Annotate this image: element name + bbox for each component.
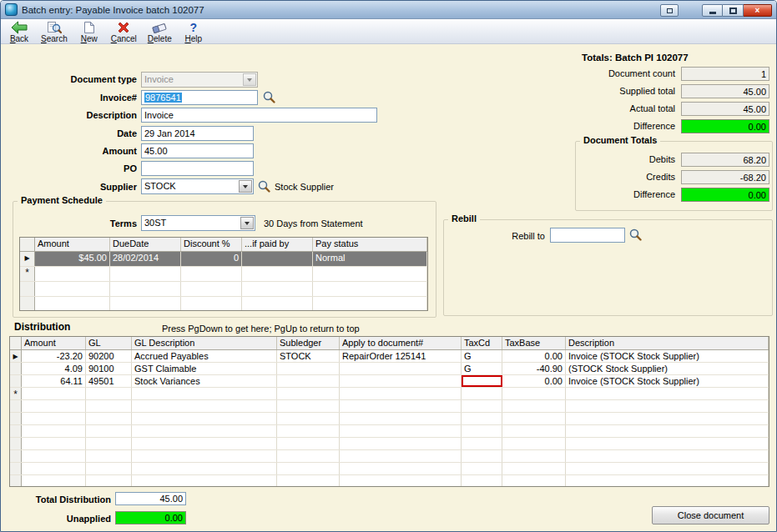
current-row-marker: ▶ bbox=[10, 350, 22, 362]
distribution-empty-row bbox=[10, 463, 769, 475]
distribution-grid: Amount GL GL Description Subledger Apply… bbox=[9, 336, 769, 487]
payment-duedate-cell[interactable]: 28/02/2014 bbox=[110, 252, 181, 266]
batch-difference-label: Difference bbox=[577, 121, 675, 131]
dropdown-arrow-icon bbox=[240, 217, 254, 229]
new-row-marker: * bbox=[20, 267, 35, 281]
actual-total-label: Actual total bbox=[577, 103, 675, 113]
app-window: Batch entry: Payable Invoice batch 10207… bbox=[0, 0, 777, 532]
distribution-row[interactable]: ▶ -23.20 90200 Accrued Payables STOCK Re… bbox=[10, 350, 769, 363]
distribution-empty-row bbox=[10, 475, 769, 487]
current-row-marker: ▶ bbox=[20, 252, 35, 266]
doc-difference-value: 0.00 bbox=[681, 188, 769, 202]
window-controls: × bbox=[660, 3, 772, 17]
terms-value: 30ST bbox=[144, 218, 166, 228]
column-header: ...if paid by bbox=[242, 238, 313, 251]
terms-label: Terms bbox=[18, 218, 137, 228]
distribution-empty-row bbox=[10, 425, 769, 438]
distribution-title: Distribution bbox=[14, 321, 70, 333]
po-label: PO bbox=[18, 163, 137, 173]
amount-field[interactable]: 45.00 bbox=[141, 143, 254, 158]
payment-grid-header: Amount DueDate Discount % ...if paid by … bbox=[20, 238, 427, 252]
po-field[interactable] bbox=[141, 161, 254, 176]
distribution-empty-row bbox=[10, 450, 769, 463]
distribution-row[interactable]: 4.09 90100 GST Claimable G -40.90 (STOCK… bbox=[10, 363, 769, 375]
rebill-to-field[interactable] bbox=[550, 228, 625, 243]
invoice-number-field[interactable]: 9876541 bbox=[141, 90, 258, 105]
window-pin-button[interactable] bbox=[660, 4, 679, 17]
column-header: Amount bbox=[22, 337, 86, 349]
document-count-value: 1 bbox=[681, 67, 769, 81]
toolbar-button-label: Delete bbox=[148, 34, 172, 43]
payment-empty-row bbox=[20, 282, 427, 297]
search-icon bbox=[47, 21, 62, 34]
toolbar-delete-button[interactable]: Delete bbox=[144, 20, 176, 43]
minimize-icon bbox=[709, 12, 716, 14]
payment-discount-cell[interactable]: 0 bbox=[181, 252, 242, 266]
close-button[interactable]: × bbox=[744, 4, 772, 17]
doc-difference-label: Difference bbox=[577, 189, 675, 199]
distribution-empty-row bbox=[10, 413, 769, 425]
column-header: TaxBase bbox=[502, 337, 566, 349]
toolbar-back-button[interactable]: Back bbox=[4, 20, 34, 43]
toolbar-cancel-button[interactable]: Cancel bbox=[107, 20, 141, 43]
distribution-hint: Press PgDown to get here; PgUp to return… bbox=[162, 324, 360, 334]
distribution-row[interactable]: 64.11 49501 Stock Variances 0.00 Invoice… bbox=[10, 375, 769, 388]
terms-description: 30 Days from Statement bbox=[264, 218, 363, 228]
payment-paystatus-cell[interactable]: Normal bbox=[313, 252, 427, 266]
date-label: Date bbox=[18, 128, 137, 138]
column-header: Amount bbox=[35, 238, 110, 251]
description-label: Description bbox=[18, 110, 137, 120]
document-count-label: Document count bbox=[577, 68, 675, 78]
column-header: GL Description bbox=[132, 337, 277, 349]
maximize-icon bbox=[729, 8, 737, 14]
amount-label: Amount bbox=[18, 146, 137, 156]
credits-label: Credits bbox=[577, 172, 675, 182]
payment-amount-cell[interactable]: $45.00 bbox=[35, 252, 110, 266]
invoice-search-icon[interactable] bbox=[262, 90, 276, 104]
payment-schedule-grid: Amount DueDate Discount % ...if paid by … bbox=[19, 237, 428, 311]
invoice-number-label: Invoice# bbox=[18, 93, 137, 103]
terms-combo[interactable]: 30ST bbox=[141, 215, 255, 231]
eraser-icon bbox=[152, 21, 168, 34]
back-arrow-icon bbox=[11, 21, 28, 34]
document-type-combo[interactable]: Invoice bbox=[141, 72, 258, 88]
rebill-to-label: Rebill to bbox=[462, 231, 545, 241]
credits-value: -68.20 bbox=[681, 170, 769, 184]
document-totals-title: Document Totals bbox=[580, 135, 660, 145]
distribution-new-row[interactable]: * bbox=[10, 388, 769, 400]
close-document-button[interactable]: Close document bbox=[652, 506, 769, 524]
toolbar-button-label: Help bbox=[184, 34, 202, 43]
toolbar-button-label: Cancel bbox=[111, 34, 137, 43]
date-field[interactable]: 29 Jan 2014 bbox=[141, 126, 254, 141]
supplier-combo[interactable]: STOCK bbox=[141, 178, 254, 194]
distribution-empty-row bbox=[10, 438, 769, 450]
app-icon bbox=[5, 3, 18, 16]
column-header: GL bbox=[86, 337, 132, 349]
document-type-label: Document type bbox=[18, 74, 137, 84]
payment-row-selected[interactable]: ▶ $45.00 28/02/2014 0 Normal bbox=[20, 252, 427, 267]
toolbar-help-button[interactable]: ? Help bbox=[179, 20, 209, 43]
column-header: Discount % bbox=[181, 238, 242, 251]
distribution-empty-row bbox=[10, 400, 769, 413]
taxcd-error-cell[interactable] bbox=[462, 375, 502, 387]
titlebar: Batch entry: Payable Invoice batch 10207… bbox=[1, 1, 776, 19]
payment-new-row[interactable]: * bbox=[20, 267, 427, 282]
document-type-value: Invoice bbox=[144, 74, 174, 84]
supplier-search-icon[interactable] bbox=[257, 179, 271, 193]
new-document-icon bbox=[83, 21, 95, 34]
payment-ifpaidby-cell[interactable] bbox=[242, 252, 313, 266]
help-question-icon: ? bbox=[189, 21, 197, 34]
column-header: Subledger bbox=[277, 337, 340, 349]
debits-label: Debits bbox=[577, 154, 675, 164]
description-field[interactable]: Invoice bbox=[141, 108, 377, 123]
toolbar-button-label: New bbox=[81, 34, 98, 43]
column-header: TaxCd bbox=[462, 337, 502, 349]
minimize-button[interactable] bbox=[702, 4, 723, 17]
rebill-search-icon[interactable] bbox=[628, 228, 643, 242]
supplied-total-label: Supplied total bbox=[577, 86, 675, 96]
toolbar-search-button[interactable]: Search bbox=[37, 20, 72, 43]
invoice-number-value: 9876541 bbox=[144, 93, 182, 103]
maximize-button[interactable] bbox=[723, 4, 744, 17]
column-header: Apply to document# bbox=[340, 337, 462, 349]
toolbar-new-button[interactable]: New bbox=[74, 20, 104, 43]
